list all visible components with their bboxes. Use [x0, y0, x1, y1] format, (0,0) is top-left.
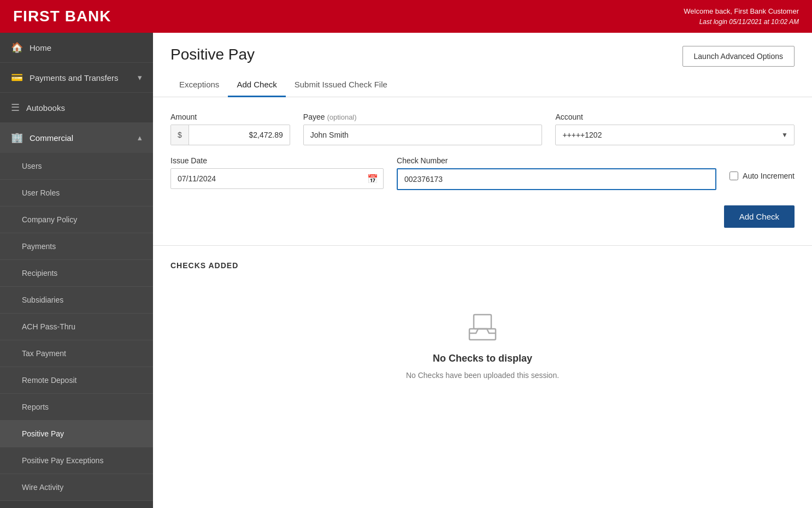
brand-logo: FIRST BANK [13, 8, 111, 25]
svg-rect-1 [474, 315, 491, 329]
payee-input[interactable] [303, 125, 543, 145]
sidebar-item-label: ACH Pass-Thru [22, 322, 75, 331]
sidebar-item-label: Autobooks [26, 103, 65, 113]
sidebar-item-positive-pay[interactable]: Positive Pay [0, 421, 153, 447]
page-title: Positive Pay [170, 46, 255, 63]
checks-section: CHECKS ADDED No Checks to display No Che… [153, 246, 812, 508]
payee-label: Payee (optional) [303, 113, 543, 121]
empty-state-subtitle: No Checks have been uploaded this sessio… [406, 371, 559, 380]
auto-increment-label: Auto Increment [743, 172, 795, 180]
sidebar: 🏠 Home 💳 Payments and Transfers ▾ ☰ Auto… [0, 33, 153, 508]
sidebar-item-users[interactable]: Users [0, 153, 153, 180]
chevron-down-icon: ▾ [138, 73, 142, 82]
form-section: Amount $ Payee (optional) Account [153, 97, 812, 246]
check-number-label: Check Number [397, 156, 716, 165]
page-header: Positive Pay Launch Advanced Options [153, 33, 812, 67]
issue-date-input-wrapper: 📅 [170, 168, 384, 189]
main-layout: 🏠 Home 💳 Payments and Transfers ▾ ☰ Auto… [0, 33, 812, 508]
sidebar-item-label: Recipients [22, 269, 57, 277]
calendar-icon: 📅 [367, 174, 378, 184]
empty-state-title: No Checks to display [433, 353, 532, 364]
issue-date-input[interactable] [170, 168, 384, 189]
account-label: Account [555, 113, 795, 121]
tab-add-check[interactable]: Add Check [228, 73, 285, 97]
amount-input[interactable] [189, 125, 290, 145]
sidebar-item-label: Payments [22, 242, 56, 251]
home-icon: 🏠 [11, 42, 23, 54]
issue-date-group: Issue Date 📅 [170, 156, 384, 189]
empty-state: No Checks to display No Checks have been… [170, 287, 795, 401]
amount-group: Amount $ [170, 113, 290, 145]
sidebar-item-tax-payment[interactable]: Tax Payment [0, 340, 153, 367]
sidebar-item-label: Payments and Transfers [30, 73, 119, 82]
sidebar-item-positive-pay-exceptions[interactable]: Positive Pay Exceptions [0, 447, 153, 474]
sidebar-item-label: Subsidiaries [22, 296, 63, 304]
payee-optional: (optional) [327, 113, 356, 121]
tabs-container: Exceptions Add Check Submit Issued Check… [153, 73, 812, 97]
sidebar-item-wire-activity[interactable]: Wire Activity [0, 474, 153, 501]
sidebar-item-ach-pass-thru[interactable]: ACH Pass-Thru [0, 314, 153, 340]
auto-increment-group: Auto Increment [729, 156, 795, 180]
check-number-group: Check Number [397, 156, 716, 190]
welcome-text: Welcome back, First Bank Customer Last l… [684, 6, 799, 27]
sidebar-item-remote-deposit[interactable]: Remote Deposit [0, 367, 153, 394]
form-row-2: Issue Date 📅 Check Number Auto Increment [170, 156, 795, 190]
payments-icon: 💳 [11, 72, 23, 84]
content-area: Positive Pay Launch Advanced Options Exc… [153, 33, 812, 508]
last-login: Last login 05/11/2021 at 10:02 AM [684, 17, 799, 27]
auto-increment-checkbox[interactable] [729, 172, 738, 180]
sidebar-item-company-policy[interactable]: Company Policy [0, 206, 153, 233]
launch-advanced-options-button[interactable]: Launch Advanced Options [682, 46, 795, 67]
sidebar-item-label: Company Policy [22, 215, 77, 224]
amount-label: Amount [170, 113, 290, 121]
sidebar-item-label: Users [22, 162, 42, 170]
sidebar-item-autobooks[interactable]: ☰ Autobooks [0, 93, 153, 123]
sidebar-item-home[interactable]: 🏠 Home [0, 33, 153, 63]
checks-added-title: CHECKS ADDED [170, 261, 795, 270]
sidebar-item-label: User Roles [22, 188, 60, 197]
autobooks-icon: ☰ [11, 102, 20, 114]
payee-group: Payee (optional) [303, 113, 543, 145]
dollar-sign: $ [171, 125, 189, 145]
sidebar-item-label: Tax Payment [22, 349, 66, 358]
sidebar-item-label: Remote Deposit [22, 376, 77, 385]
inbox-tray-icon [465, 309, 500, 346]
issue-date-label: Issue Date [170, 156, 384, 165]
add-check-button[interactable]: Add Check [724, 205, 795, 228]
account-group: Account +++++1202 [555, 113, 795, 145]
tab-exceptions[interactable]: Exceptions [170, 73, 228, 97]
welcome-message: Welcome back, First Bank Customer [684, 6, 799, 17]
sidebar-item-label: Home [30, 43, 51, 52]
btn-row: Add Check [170, 201, 795, 230]
sidebar-item-subsidiaries[interactable]: Subsidiaries [0, 287, 153, 314]
sidebar-item-recipients[interactable]: Recipients [0, 260, 153, 287]
account-select-wrapper: +++++1202 [555, 125, 795, 145]
top-header: FIRST BANK Welcome back, First Bank Cust… [0, 0, 812, 33]
account-select[interactable]: +++++1202 [555, 125, 795, 145]
amount-input-wrapper: $ [170, 125, 290, 145]
tab-submit-issued-check-file[interactable]: Submit Issued Check File [286, 73, 396, 97]
sidebar-item-payments[interactable]: Payments [0, 233, 153, 260]
sidebar-item-user-roles[interactable]: User Roles [0, 180, 153, 206]
chevron-up-icon: ▴ [138, 133, 142, 143]
sidebar-item-commercial[interactable]: 🏢 Commercial ▴ [0, 123, 153, 153]
sidebar-item-label: Positive Pay Exceptions [22, 456, 103, 465]
form-row-1: Amount $ Payee (optional) Account [170, 113, 795, 145]
check-number-input[interactable] [397, 168, 716, 190]
sidebar-item-label: Positive Pay [22, 429, 64, 438]
sidebar-item-reports[interactable]: Reports [0, 394, 153, 421]
sidebar-item-label: Commercial [30, 133, 73, 143]
svg-rect-0 [469, 329, 496, 340]
sidebar-item-payments-transfers[interactable]: 💳 Payments and Transfers ▾ [0, 63, 153, 93]
commercial-icon: 🏢 [11, 132, 23, 144]
sidebar-item-label: Wire Activity [22, 483, 63, 492]
sidebar-item-label: Reports [22, 403, 49, 411]
